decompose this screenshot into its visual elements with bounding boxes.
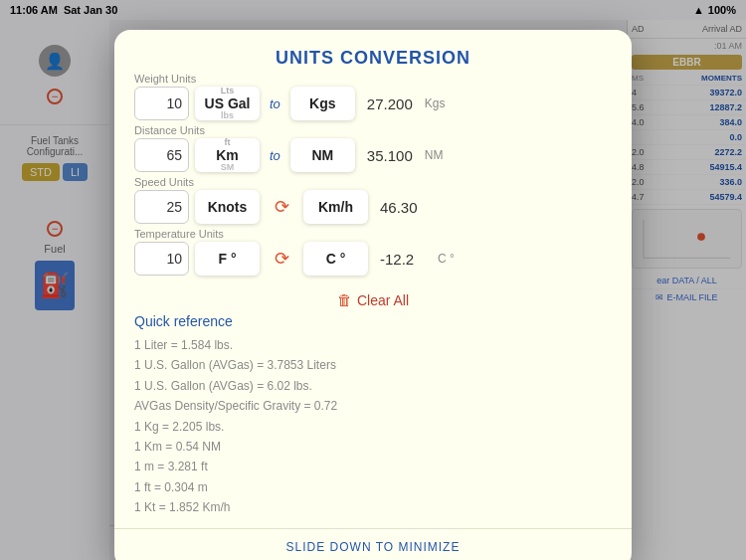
clear-all-row: 🗑 Clear All — [114, 285, 632, 313]
conversion-section: Weight Units Lts US Gal lbs to Kgs 27.20… — [114, 87, 632, 276]
quick-ref-line-4: 1 Kg = 2.205 lbs. — [134, 417, 612, 437]
speed-from-unit-btn[interactable]: Knots — [195, 190, 260, 224]
temperature-result: -12.2 — [380, 251, 435, 268]
quick-ref-line-1: 1 U.S. Gallon (AVGas) = 3.7853 Liters — [134, 355, 612, 375]
weight-row-wrapper: Weight Units Lts US Gal lbs to Kgs 27.20… — [134, 87, 612, 120]
speed-row-wrapper: Speed Units Knots ⟳ Km/h 46.30 — [134, 190, 612, 224]
weight-row: Lts US Gal lbs to Kgs 27.200 Kgs — [134, 87, 612, 120]
quick-ref-text: 1 Liter = 1.584 lbs. 1 U.S. Gallon (AVGa… — [134, 335, 612, 518]
distance-row: ft Km SM to NM 35.100 NM — [134, 138, 612, 172]
quick-ref-line-8: 1 Kt = 1.852 Km/h — [134, 497, 612, 517]
weight-to-unit-btn[interactable]: Kgs — [290, 87, 355, 120]
speed-result: 46.30 — [380, 199, 435, 216]
quick-ref-line-3: AVGas Density/Specific Gravity = 0.72 — [134, 396, 612, 416]
quick-ref-line-0: 1 Liter = 1.584 lbs. — [134, 335, 612, 355]
weight-label: Weight Units — [134, 73, 196, 85]
temperature-from-unit-btn[interactable]: F ° — [195, 242, 260, 276]
temperature-input[interactable] — [134, 242, 189, 276]
speed-row: Knots ⟳ Km/h 46.30 — [134, 190, 612, 224]
weight-from-unit-btn[interactable]: Lts US Gal lbs — [195, 87, 260, 120]
slide-down-label: SLIDE DOWN TO MINIMIZE — [286, 540, 461, 554]
quick-ref-line-6: 1 m = 3.281 ft — [134, 457, 612, 476]
distance-to-unit-btn[interactable]: NM — [290, 138, 355, 172]
distance-result-unit: NM — [425, 148, 444, 162]
trash-icon: 🗑 — [337, 291, 352, 308]
swap-icon: ⟳ — [275, 196, 289, 218]
temperature-label: Temperature Units — [134, 228, 224, 240]
slide-down-row[interactable]: SLIDE DOWN TO MINIMIZE — [114, 528, 632, 560]
distance-result: 35.100 — [367, 147, 422, 164]
swap-icon-2: ⟳ — [275, 248, 289, 270]
distance-from-unit-btn[interactable]: ft Km SM — [195, 138, 260, 172]
speed-label: Speed Units — [134, 176, 194, 188]
temperature-result-unit: C ° — [438, 252, 455, 266]
quick-ref-line-7: 1 ft = 0.304 m — [134, 477, 612, 497]
distance-input[interactable] — [134, 138, 189, 172]
weight-result-unit: Kgs — [425, 96, 446, 110]
quick-ref-title: Quick reference — [134, 313, 612, 329]
clear-all-button[interactable]: 🗑 Clear All — [337, 291, 409, 308]
speed-to-unit-btn[interactable]: Km/h — [303, 190, 368, 224]
speed-swap-btn[interactable]: ⟳ — [268, 193, 295, 221]
quick-ref-line-2: 1 U.S. Gallon (AVGas) = 6.02 lbs. — [134, 376, 612, 396]
temperature-row-wrapper: Temperature Units F ° ⟳ C ° -12.2 C ° — [134, 242, 612, 276]
quick-ref-line-5: 1 Km = 0.54 NM — [134, 437, 612, 457]
distance-row-wrapper: Distance Units ft Km SM to NM 35.100 NM — [134, 138, 612, 172]
temperature-row: F ° ⟳ C ° -12.2 C ° — [134, 242, 612, 276]
speed-input[interactable] — [134, 190, 189, 224]
temperature-to-unit-btn[interactable]: C ° — [303, 242, 368, 276]
quick-reference-section: Quick reference 1 Liter = 1.584 lbs. 1 U… — [114, 313, 632, 528]
weight-input[interactable] — [134, 87, 189, 120]
weight-result: 27.200 — [367, 95, 422, 112]
distance-label: Distance Units — [134, 124, 205, 136]
temperature-swap-btn[interactable]: ⟳ — [268, 245, 295, 273]
units-conversion-modal: UNITS CONVERSION Weight Units Lts US Gal… — [114, 30, 632, 560]
